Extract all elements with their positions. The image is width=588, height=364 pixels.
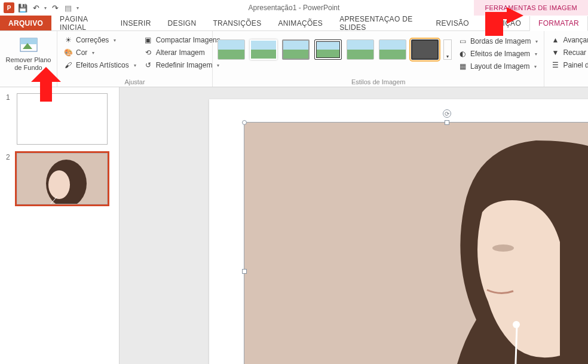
compress-label: Compactar Imagens (156, 36, 220, 44)
tab-review[interactable]: REVISÃO (428, 16, 477, 30)
tab-format[interactable]: FORMATAR (529, 16, 588, 31)
arrange-group-label: Or (544, 78, 588, 85)
slide-number: 1 (6, 93, 12, 145)
selection-pane-label: Painel de Sel (563, 61, 588, 69)
slide-thumb-2[interactable] (17, 153, 108, 204)
group-remove-bg: Remover Plano de Fundo (0, 31, 57, 87)
border-label: Bordas de Imagem (470, 37, 531, 45)
group-adjust: ☀ Correções 🎨 Cor 🖌 Efeitos Artísticos ▣… (57, 31, 213, 87)
style-thumb[interactable] (218, 39, 245, 60)
slide-2-preview-icon (17, 154, 108, 204)
style-thumb[interactable] (314, 39, 342, 60)
resize-handle[interactable] (242, 120, 247, 125)
selection-pane-icon: ☰ (550, 60, 560, 70)
undo-dropdown-icon[interactable]: ▾ (44, 5, 47, 11)
forward-label: Avançar (563, 36, 588, 44)
effects-label: Efeitos de Imagem (470, 50, 530, 58)
artistic-effects-button[interactable]: 🖌 Efeitos Artísticos (62, 60, 137, 71)
border-icon: ▭ (458, 36, 467, 46)
slide-panel[interactable]: 1 2 (0, 87, 120, 364)
change-picture-button[interactable]: ⟲ Alterar Imagem (142, 47, 222, 58)
image-content-icon (381, 134, 588, 364)
remove-background-label: Remover Plano de Fundo (5, 56, 52, 72)
bring-forward-button[interactable]: ▲ Avançar (549, 35, 588, 45)
picture-effects-button[interactable]: ◐ Efeitos de Imagem (457, 48, 539, 59)
group-arrange: ▲ Avançar ▼ Recuar ☰ Painel de Sel Or (544, 31, 588, 87)
color-icon: 🎨 (63, 48, 73, 57)
ribbon-tabs: ARQUIVO PÁGINA INICIAL INSERIR DESIGN TR… (0, 16, 588, 31)
send-backward-button[interactable]: ▼ Recuar (549, 47, 588, 58)
slide-row[interactable]: 2 (6, 153, 113, 204)
slide-row[interactable]: 1 (6, 93, 113, 145)
svg-point-7 (48, 170, 70, 199)
reset-picture-button[interactable]: ↺ Redefinir Imagem (142, 60, 222, 71)
workspace: 1 2 (0, 87, 588, 364)
corrections-icon: ☀ (63, 35, 73, 45)
gallery-more-button[interactable]: ▾ (443, 39, 452, 60)
style-thumb[interactable] (347, 39, 374, 60)
compress-button[interactable]: ▣ Compactar Imagens (142, 35, 222, 45)
slide-number: 2 (6, 153, 12, 204)
group-picture-styles: ▾ ▭ Bordas de Imagem ◐ Efeitos de Imagem… (213, 31, 544, 87)
style-thumb-selected[interactable] (411, 39, 439, 60)
selected-image[interactable]: ⟳ (244, 122, 588, 364)
corrections-label: Correções (76, 36, 109, 44)
style-thumb[interactable] (250, 39, 277, 60)
artistic-label: Efeitos Artísticos (76, 61, 129, 69)
undo-icon[interactable]: ↶ (31, 3, 41, 13)
tab-home[interactable]: PÁGINA INICIAL (51, 16, 112, 30)
compress-icon: ▣ (143, 35, 153, 45)
style-thumb[interactable] (379, 39, 406, 60)
start-slideshow-icon[interactable]: ▤ (63, 3, 73, 13)
corrections-button[interactable]: ☀ Correções (62, 35, 137, 45)
svg-rect-1 (20, 38, 37, 44)
backward-icon: ▼ (550, 48, 560, 57)
color-label: Cor (76, 48, 87, 57)
adjust-group-label: Ajustar (57, 78, 212, 85)
tab-view[interactable]: EXIBIÇÃO (477, 16, 529, 30)
artistic-icon: 🖌 (63, 60, 73, 70)
contextual-tab-label: FERRAMENTAS DE IMAGEM (474, 0, 588, 16)
picture-layout-button[interactable]: ▦ Layout de Imagem (457, 61, 539, 72)
tab-transitions[interactable]: TRANSIÇÕES (204, 16, 270, 30)
change-picture-icon: ⟲ (143, 48, 153, 57)
picture-border-button[interactable]: ▭ Bordas de Imagem (457, 36, 539, 47)
tab-animations[interactable]: ANIMAÇÕES (270, 16, 331, 30)
svg-point-9 (513, 321, 520, 328)
tab-file[interactable]: ARQUIVO (0, 16, 51, 30)
qat-customize-icon[interactable]: ▾ (76, 5, 79, 11)
title-bar: P 💾 ↶ ▾ ↷ ▤ ▾ Apresentação1 - PowerPoint… (0, 0, 588, 16)
svg-point-8 (492, 244, 514, 252)
remove-background-icon (19, 36, 38, 55)
backward-label: Recuar (563, 48, 586, 57)
save-icon[interactable]: 💾 (18, 3, 27, 13)
rotate-handle[interactable]: ⟳ (443, 109, 451, 118)
change-picture-label: Alterar Imagem (156, 48, 205, 57)
styles-group-label: Estilos de Imagem (213, 78, 544, 85)
powerpoint-icon: P (4, 2, 14, 13)
quick-access-toolbar: P 💾 ↶ ▾ ↷ ▤ ▾ (0, 2, 79, 13)
resize-handle[interactable] (242, 269, 247, 274)
resize-handle[interactable] (445, 120, 449, 125)
slide-editor[interactable]: ⟳ (120, 87, 588, 364)
selection-pane-button[interactable]: ☰ Painel de Sel (549, 60, 588, 71)
tab-slideshow[interactable]: APRESENTAÇÃO DE SLIDES (331, 16, 427, 30)
slide-thumb-1[interactable] (17, 93, 108, 145)
layout-label: Layout de Imagem (470, 62, 529, 71)
layout-icon: ▦ (458, 62, 467, 71)
tab-insert[interactable]: INSERIR (112, 16, 160, 30)
styles-gallery: ▾ (218, 33, 452, 60)
style-thumb[interactable] (282, 39, 310, 60)
tab-design[interactable]: DESIGN (160, 16, 205, 30)
slide-canvas[interactable]: ⟳ (209, 99, 588, 364)
effects-icon: ◐ (458, 49, 467, 59)
redo-icon[interactable]: ↷ (50, 3, 60, 13)
reset-icon: ↺ (143, 60, 153, 70)
color-button[interactable]: 🎨 Cor (62, 47, 137, 58)
ribbon: Remover Plano de Fundo ☀ Correções 🎨 Cor… (0, 31, 588, 87)
reset-label: Redefinir Imagem (156, 61, 213, 69)
remove-background-button[interactable]: Remover Plano de Fundo (5, 33, 52, 72)
forward-icon: ▲ (550, 35, 560, 45)
